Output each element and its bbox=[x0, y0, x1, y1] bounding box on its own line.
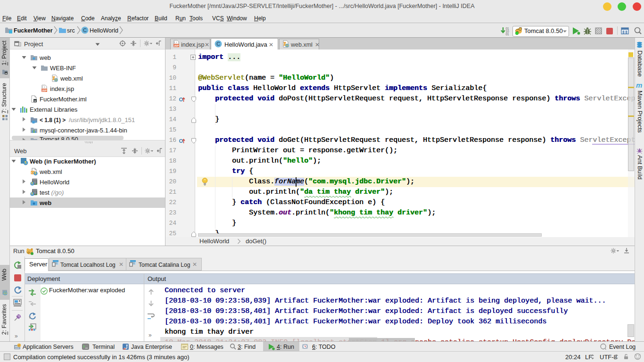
svg-text:C: C bbox=[216, 41, 220, 47]
svg-text:01: 01 bbox=[506, 33, 510, 36]
svg-text:JSP: JSP bbox=[174, 44, 179, 47]
svg-text:JSP: JSP bbox=[42, 89, 47, 92]
svg-text:C: C bbox=[83, 27, 87, 33]
